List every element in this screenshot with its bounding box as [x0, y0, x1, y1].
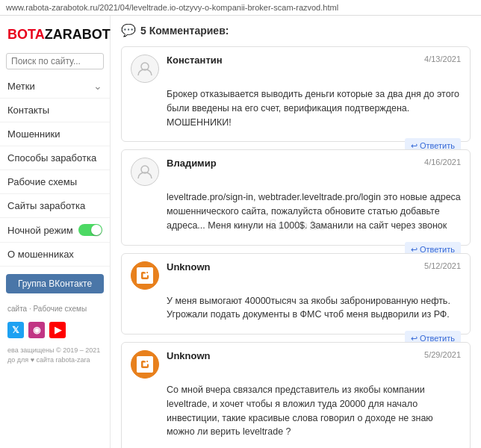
comment-meta: Unknown — [167, 261, 461, 273]
search-box[interactable] — [6, 53, 104, 69]
url-bar: www.rabota-zarabotok.ru/2021/04/leveltra… — [0, 0, 481, 16]
sidebar-item-label: Контакты — [7, 105, 49, 116]
comment-meta: Владимир — [167, 158, 461, 169]
comment-author: Unknown — [167, 350, 461, 361]
comment-author: Константин — [167, 55, 461, 66]
comment-date: 5/29/2021 — [424, 350, 461, 359]
comment-body: Со мной вчера связался представитель из … — [167, 383, 461, 439]
sidebar-item-sayty[interactable]: Сайты заработка — [0, 194, 110, 218]
vk-group-button[interactable]: Группа ВКонтакте — [6, 274, 104, 293]
night-mode-label: Ночной режим — [7, 225, 73, 236]
comment-header: Владимир 4/16/2021 — [131, 158, 461, 186]
comments-count-label: 5 Комментариев: — [140, 25, 229, 37]
avatar — [131, 261, 159, 290]
avatar — [131, 55, 159, 83]
sidebar-item-label: О мошенниках — [7, 249, 74, 260]
sidebar-item-label: Мошенники — [7, 128, 60, 140]
sidebar-item-sposoby[interactable]: Способы заработка — [0, 146, 110, 170]
sidebar-item-rabochie[interactable]: Рабочие схемы — [0, 170, 110, 194]
comments-header: 💬 5 Комментариев: — [121, 23, 471, 37]
comment-header: Unknown 5/12/2021 — [131, 261, 461, 290]
comment-bubble-icon: 💬 — [121, 23, 136, 37]
sidebar-item-o-moshennikakh[interactable]: О мошенниках — [0, 243, 110, 267]
sidebar-copyright: ева защищены © 2019 – 2021 до для ♥ сайт… — [0, 343, 110, 367]
comment-card: Unknown 5/29/2021 Со мной вчера связался… — [121, 342, 471, 448]
night-mode-row: Ночной режим — [0, 218, 110, 243]
comment-author: Unknown — [167, 261, 461, 273]
sidebar-item-label: Метки — [7, 81, 35, 92]
comment-header: Unknown 5/29/2021 — [131, 350, 461, 379]
twitter-icon[interactable]: 𝕏 — [7, 322, 24, 338]
comment-body: Брокер отказывается выводить деньги кото… — [167, 87, 461, 129]
youtube-icon[interactable]: ▶ — [49, 322, 66, 338]
sidebar-breadcrumb: сайта · Рабочие схемы — [0, 301, 110, 317]
comment-card: Unknown 5/12/2021 У меня вымогают 40000т… — [121, 253, 471, 335]
sidebar-item-label: Рабочие схемы — [7, 176, 77, 187]
instagram-icon[interactable]: ◉ — [28, 322, 45, 338]
comment-date: 4/16/2021 — [424, 158, 461, 167]
comment-date: 5/12/2021 — [424, 261, 461, 270]
avatar — [131, 350, 159, 379]
comment-body: leveltrade.pro/sign-in, webtrader.levelt… — [167, 190, 461, 232]
comment-meta: Константин — [167, 55, 461, 66]
social-icons: 𝕏 ◉ ▶ — [0, 317, 110, 343]
comment-header: Константин 4/13/2021 — [131, 55, 461, 83]
chevron-down-icon: ⌄ — [93, 80, 102, 92]
main-content: 💬 5 Комментариев: Константин 4/13/2021 Б… — [111, 16, 481, 448]
search-input[interactable] — [11, 56, 99, 66]
night-mode-toggle[interactable] — [78, 224, 102, 236]
comment-body: У меня вымогают 40000тысяч за якобы забр… — [167, 294, 461, 323]
sidebar-item-moshenniki[interactable]: Мошенники — [0, 122, 110, 146]
comment-card: Владимир 4/16/2021 leveltrade.pro/sign-i… — [121, 149, 471, 245]
site-logo: BOTAZARABOTOK — [0, 23, 110, 49]
comment-date: 4/13/2021 — [424, 55, 461, 63]
sidebar-item-metki[interactable]: Метки ⌄ — [0, 74, 110, 99]
avatar — [131, 158, 159, 186]
comment-author: Владимир — [167, 158, 461, 169]
sidebar: BOTAZARABOTOK Метки ⌄ Контакты Мошенники… — [0, 16, 111, 448]
sidebar-item-label: Сайты заработка — [7, 200, 85, 211]
comment-card: Константин 4/13/2021 Брокер отказывается… — [121, 46, 471, 142]
sidebar-item-kontakty[interactable]: Контакты — [0, 99, 110, 122]
sidebar-item-label: Способы заработка — [7, 152, 96, 164]
comment-meta: Unknown — [167, 350, 461, 361]
